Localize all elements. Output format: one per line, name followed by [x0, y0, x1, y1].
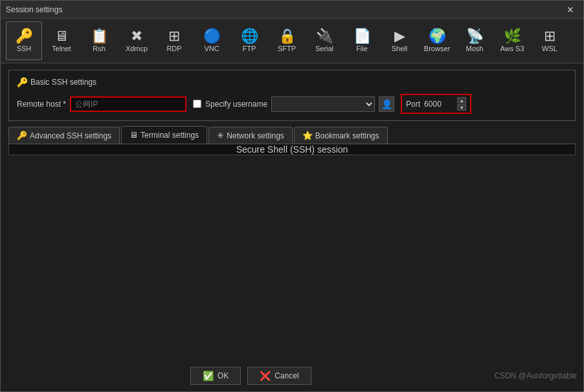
protocol-ssh[interactable]: 🔑 SSH [6, 21, 42, 60]
ok-button[interactable]: ✅ OK [190, 367, 241, 385]
port-group: Port ▲ ▼ [401, 94, 471, 114]
ssh-label: SSH [17, 45, 32, 52]
port-decrement-button[interactable]: ▼ [457, 104, 466, 111]
rdp-label: RDP [166, 45, 181, 52]
basic-ssh-card: 🔑 Basic SSH settings Remote host * Speci… [8, 70, 576, 121]
specify-username-label: Specify username [205, 100, 267, 109]
tab-network[interactable]: ✳ Network settings [208, 127, 293, 144]
rsh-label: Rsh [93, 45, 106, 52]
telnet-label: Telnet [52, 45, 71, 52]
protocol-vnc[interactable]: 🔵 VNC [194, 21, 230, 60]
network-icon: ✳ [217, 131, 224, 140]
vnc-label: VNC [204, 45, 219, 52]
add-user-button[interactable]: 👤 [379, 96, 394, 112]
rdp-icon: ⊞ [168, 29, 180, 43]
basic-header-label: Basic SSH settings [30, 78, 96, 87]
tab-bookmark[interactable]: ⭐ Bookmark settings [294, 127, 388, 144]
specify-username-checkbox[interactable] [193, 100, 201, 108]
watermark: CSDN @Aunforgettable [494, 371, 577, 380]
footer: ✅ OK ❌ Cancel CSDN @Aunforgettable [1, 360, 583, 391]
ssh-session-label: Secure Shell (SSH) session [236, 144, 348, 155]
mosh-label: Mosh [466, 45, 484, 52]
tab-advanced-ssh[interactable]: 🔑 Advanced SSH settings [8, 127, 120, 144]
protocol-wsl[interactable]: ⊞ WSL [532, 21, 568, 60]
protocol-ftp[interactable]: 🌐 FTP [231, 21, 267, 60]
main-content: 🔑 Basic SSH settings Remote host * Speci… [1, 63, 583, 360]
tabs-bar: 🔑 Advanced SSH settings 🖥 Terminal setti… [8, 126, 576, 144]
protocol-mosh[interactable]: 📡 Mosh [456, 21, 493, 60]
footer-buttons: ✅ OK ❌ Cancel [7, 367, 494, 385]
tab-content-area: Secure Shell (SSH) session 🔑 [8, 144, 576, 155]
protocol-serial[interactable]: 🔌 Serial [306, 21, 343, 60]
session-settings-window: Session settings ✕ 🔑 SSH 🖥 Telnet 📋 Rsh … [0, 0, 584, 392]
ftp-label: FTP [243, 45, 256, 52]
remote-host-group: Remote host * [17, 96, 186, 112]
protocol-sftp[interactable]: 🔒 SFTP [269, 21, 305, 60]
bookmark-icon: ⭐ [302, 131, 313, 140]
serial-icon: 🔌 [316, 29, 333, 43]
tabs-container: 🔑 Advanced SSH settings 🖥 Terminal setti… [8, 126, 576, 155]
file-icon: 📄 [354, 29, 371, 43]
ftp-icon: 🌐 [241, 29, 258, 43]
basic-header-icon: 🔑 [17, 77, 28, 87]
basic-ssh-header: 🔑 Basic SSH settings [17, 77, 567, 87]
port-increment-button[interactable]: ▲ [457, 97, 466, 103]
title-bar: Session settings ✕ [1, 1, 583, 19]
tab-terminal[interactable]: 🖥 Terminal settings [121, 126, 207, 144]
cancel-label: Cancel [275, 371, 298, 380]
ok-label: OK [218, 371, 229, 380]
shell-label: Shell [392, 45, 407, 52]
sftp-icon: 🔒 [278, 29, 296, 43]
sftp-label: SFTP [278, 45, 296, 52]
serial-label: Serial [315, 45, 333, 52]
wsl-icon: ⊞ [544, 29, 556, 43]
file-label: File [356, 45, 368, 52]
browser-icon: 🌍 [429, 29, 446, 43]
tab-bookmark-label: Bookmark settings [315, 131, 379, 140]
basic-fields-row: Remote host * Specify username 👤 Port [17, 94, 567, 114]
protocol-xdmcp[interactable]: ✖ Xdmcp [118, 21, 155, 60]
telnet-icon: 🖥 [54, 29, 69, 43]
port-label: Port [406, 100, 420, 109]
port-spinners: ▲ ▼ [457, 97, 466, 111]
mosh-icon: 📡 [466, 29, 484, 43]
protocol-toolbar: 🔑 SSH 🖥 Telnet 📋 Rsh ✖ Xdmcp ⊞ RDP 🔵 VNC [1, 19, 583, 63]
protocol-rdp[interactable]: ⊞ RDP [156, 21, 192, 60]
awss3-icon: 🌿 [504, 29, 521, 43]
close-button[interactable]: ✕ [563, 3, 578, 16]
cancel-icon: ❌ [260, 371, 271, 381]
xdmcp-icon: ✖ [131, 29, 142, 43]
shell-icon: ▶ [394, 29, 405, 43]
protocol-shell[interactable]: ▶ Shell [381, 21, 418, 60]
specify-username-group: Specify username 👤 [193, 96, 394, 112]
ok-icon: ✅ [203, 371, 214, 381]
tab-advanced-ssh-label: Advanced SSH settings [30, 131, 111, 140]
remote-host-label: Remote host * [17, 100, 66, 109]
protocol-browser[interactable]: 🌍 Browser [419, 21, 455, 60]
protocol-file[interactable]: 📄 File [344, 21, 380, 60]
terminal-icon: 🖥 [129, 130, 138, 140]
ssh-icon: 🔑 [16, 29, 33, 43]
remote-host-input[interactable] [70, 96, 186, 112]
xdmcp-label: Xdmcp [126, 45, 148, 52]
cancel-button[interactable]: ❌ Cancel [247, 367, 311, 385]
advanced-ssh-icon: 🔑 [17, 131, 27, 140]
username-select[interactable] [271, 96, 375, 112]
awss3-label: Aws S3 [500, 45, 524, 52]
port-input[interactable] [424, 100, 453, 109]
protocol-awss3[interactable]: 🌿 Aws S3 [494, 21, 530, 60]
browser-label: Browser [424, 45, 450, 52]
tab-terminal-label: Terminal settings [140, 131, 199, 140]
tab-network-label: Network settings [227, 131, 284, 140]
rsh-icon: 📋 [91, 29, 108, 43]
protocol-rsh[interactable]: 📋 Rsh [81, 21, 117, 60]
window-title: Session settings [6, 5, 62, 14]
protocol-telnet[interactable]: 🖥 Telnet [43, 21, 80, 60]
vnc-icon: 🔵 [203, 29, 221, 43]
wsl-label: WSL [542, 45, 557, 52]
